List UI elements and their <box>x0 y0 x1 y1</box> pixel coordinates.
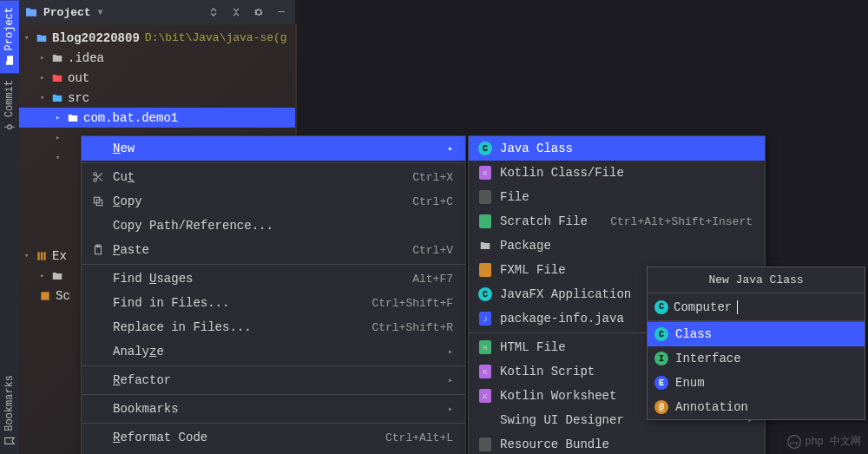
tree-node-package[interactable]: ▸ com.bat.demo1 <box>19 108 295 128</box>
menu-separator <box>82 264 465 265</box>
chevron-right-icon[interactable]: ▸ <box>40 271 49 280</box>
kotlin-icon: K <box>479 365 491 378</box>
watermark-text: php 中文网 <box>805 434 861 449</box>
chevron-right-icon: ▸ <box>448 404 453 414</box>
copy-icon <box>90 195 106 207</box>
hide-button[interactable]: — <box>273 3 290 21</box>
menu-item-file[interactable]: File <box>469 185 765 209</box>
commit-tab[interactable]: Commit <box>0 73 19 140</box>
dialog-input-row[interactable]: C Computer <box>648 293 865 321</box>
menu-item-copy[interactable]: Copy Ctrl+C <box>82 189 465 214</box>
option-label: Interface <box>675 352 741 365</box>
option-label: Enum <box>675 376 705 390</box>
expand-all-button[interactable] <box>205 3 222 21</box>
chevron-right-icon[interactable]: ▸ <box>40 73 49 82</box>
bookmarks-tab[interactable]: Bookmarks <box>0 368 19 454</box>
chevron-right-icon[interactable]: ▸ <box>56 133 64 142</box>
menu-item-scratch[interactable]: Scratch File Ctrl+Alt+Shift+Insert <box>469 209 765 234</box>
svg-point-0 <box>8 125 12 129</box>
new-java-class-dialog: New Java Class C Computer C Class I Inte… <box>647 266 865 420</box>
menu-item-new[interactable]: New ▸ <box>82 136 465 161</box>
menu-item-paste[interactable]: Paste Ctrl+V <box>82 238 465 262</box>
menu-item-reformat[interactable]: Reformat Code Ctrl+Alt+L <box>82 425 465 450</box>
menu-item-cut[interactable]: Cut Ctrl+X <box>82 165 465 189</box>
chevron-down-icon[interactable]: ▾ <box>24 33 33 43</box>
chevron-down-icon[interactable]: ▾ <box>40 93 49 102</box>
shortcut: Ctrl+Alt+L <box>385 431 453 444</box>
chevron-right-icon[interactable]: ▸ <box>40 53 49 63</box>
option-annotation[interactable]: @ Annotation <box>648 395 865 419</box>
scratch-icon <box>479 214 491 228</box>
tree-node-out[interactable]: ▸ out <box>19 68 295 88</box>
shortcut: Ctrl+V <box>412 244 453 257</box>
chevron-down-icon[interactable]: ▼ <box>98 8 103 17</box>
menu-separator <box>82 394 465 395</box>
project-tab[interactable]: Project <box>0 0 19 73</box>
class-icon: C <box>654 300 668 314</box>
tree-node-idea[interactable]: ▸ .idea <box>19 48 295 68</box>
commit-icon <box>3 122 16 134</box>
bundle-icon <box>479 438 491 451</box>
package-icon <box>477 240 493 252</box>
svg-point-4 <box>94 173 97 176</box>
class-icon: C <box>478 141 492 155</box>
menu-label: File <box>500 190 529 204</box>
chevron-down-icon[interactable]: ▾ <box>56 153 64 162</box>
menu-item-analyze[interactable]: Analyze ▸ <box>82 339 465 364</box>
menu-item-kotlin-class[interactable]: K Kotlin Class/File <box>469 161 765 185</box>
shortcut: Ctrl+Alt+Shift+Insert <box>610 215 753 228</box>
menu-item-copy-path[interactable]: Copy Path/Reference... <box>82 214 465 238</box>
tree-root[interactable]: ▾ Blog20220809 D:\bit\Java\java-se(g <box>19 28 295 48</box>
svg-rect-3 <box>43 252 45 260</box>
chevron-down-icon[interactable]: ▾ <box>24 251 33 260</box>
menu-item-bookmarks[interactable]: Bookmarks ▸ <box>82 397 465 421</box>
svg-point-5 <box>94 179 97 182</box>
menu-label: Find in Files... <box>113 296 229 310</box>
folder-icon <box>50 72 64 84</box>
collapse-all-button[interactable] <box>227 3 245 21</box>
project-tab-label: Project <box>3 7 16 50</box>
menu-item-optimize[interactable]: Optimize Imports Ctrl+Alt+O <box>82 450 465 454</box>
option-interface[interactable]: I Interface <box>648 346 865 371</box>
menu-label: Resource Bundle <box>500 438 609 451</box>
menu-label: Swing UI Designer <box>500 413 624 427</box>
menu-item-package[interactable]: Package <box>469 234 765 258</box>
menu-item-refactor[interactable]: Refactor ▸ <box>82 368 465 392</box>
svg-rect-1 <box>37 252 39 260</box>
option-label: Class <box>675 327 712 341</box>
menu-item-find-usages[interactable]: Find Usages Alt+F7 <box>82 266 465 291</box>
settings-button[interactable] <box>250 3 267 21</box>
tool-window-tabs: Project Commit Bookmarks <box>0 0 19 454</box>
menu-item-resource-bundle[interactable]: Resource Bundle <box>469 432 765 454</box>
fxml-icon <box>479 263 491 277</box>
menu-separator <box>82 162 465 163</box>
shortcut: Ctrl+Shift+F <box>372 297 453 310</box>
menu-label: Find Usages <box>113 272 193 286</box>
menu-label: Bookmarks <box>113 402 179 416</box>
option-class[interactable]: C Class <box>648 322 865 346</box>
option-enum[interactable]: E Enum <box>648 371 865 395</box>
menu-item-replace-in-files[interactable]: Replace in Files... Ctrl+Shift+R <box>82 315 465 339</box>
folder-icon <box>3 54 16 66</box>
library-icon <box>35 250 49 262</box>
tree-node-src[interactable]: ▾ src <box>19 88 295 108</box>
menu-label: Kotlin Class/File <box>500 166 624 180</box>
commit-tab-label: Commit <box>3 80 16 117</box>
menu-item-find-in-files[interactable]: Find in Files... Ctrl+Shift+F <box>82 291 465 315</box>
scratch-icon <box>38 290 52 302</box>
node-label: out <box>68 71 89 85</box>
menu-separator <box>82 423 465 424</box>
node-label: com.bat.demo1 <box>83 111 178 125</box>
chevron-right-icon[interactable]: ▸ <box>56 113 64 122</box>
bookmark-icon <box>3 435 16 447</box>
menu-label: Scratch File <box>500 214 588 228</box>
folder-icon <box>24 5 38 19</box>
menu-label: FXML File <box>500 263 566 277</box>
class-name-input[interactable]: Computer <box>674 300 732 314</box>
chevron-right-icon: ▸ <box>448 375 453 385</box>
text-cursor <box>737 300 738 314</box>
menu-label: New <box>113 141 135 155</box>
menu-item-java-class[interactable]: C Java Class <box>469 136 765 161</box>
menu-label: Copy Path/Reference... <box>113 219 273 233</box>
folder-icon <box>50 270 64 282</box>
